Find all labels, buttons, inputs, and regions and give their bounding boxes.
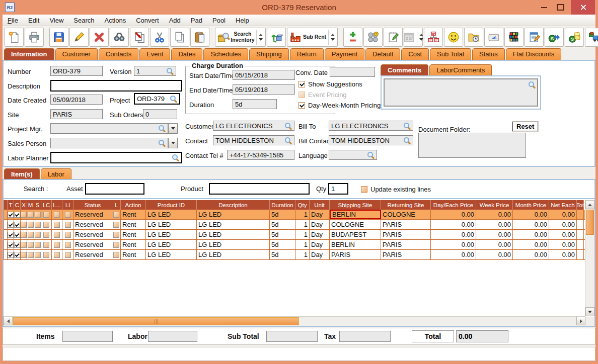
sales-notes-button[interactable]: S — [565, 28, 584, 47]
cell-i2[interactable] — [52, 240, 62, 249]
cell-qty[interactable]: 1 — [295, 220, 310, 229]
site-field[interactable]: PARIS — [50, 109, 103, 119]
cell-x[interactable] — [21, 210, 27, 219]
calendar-dropdown-icon[interactable] — [417, 30, 424, 45]
cell-t[interactable] — [8, 210, 14, 219]
tab-shipping[interactable]: Shipping — [249, 48, 289, 60]
dwm-pricing-checkbox[interactable] — [298, 102, 305, 109]
row-checkbox-ii[interactable] — [65, 232, 71, 238]
row-checkbox-t[interactable] — [8, 232, 14, 238]
cell-x[interactable] — [21, 240, 27, 249]
cell-qty[interactable]: 1 — [295, 210, 310, 219]
calendar-button[interactable] — [404, 28, 423, 47]
menu-help[interactable]: Help — [231, 16, 254, 25]
org-chart-button[interactable] — [424, 28, 443, 47]
cell-day_each_price[interactable]: 0.00 — [431, 220, 476, 229]
menu-edit[interactable]: Edit — [23, 16, 44, 25]
cell-c[interactable] — [14, 220, 21, 229]
tab-contacts[interactable]: Contacts — [99, 48, 138, 60]
cell-ii[interactable] — [62, 250, 73, 259]
cell-ic[interactable] — [41, 220, 52, 229]
sub-rent-button[interactable]: Sub Rent — [287, 28, 338, 47]
cell-action[interactable]: Rent — [121, 210, 146, 219]
close-button[interactable] — [571, 0, 595, 15]
copy-button[interactable] — [170, 28, 189, 47]
cell-returning_site[interactable]: PARIS — [381, 230, 431, 239]
maximize-button[interactable] — [553, 0, 568, 15]
save-button[interactable] — [49, 28, 68, 47]
row-checkbox-t[interactable] — [8, 252, 14, 258]
menu-pad[interactable]: Pad — [186, 16, 207, 25]
col-header-description[interactable]: Description — [197, 200, 270, 210]
col-header-product-id[interactable]: Product ID — [146, 200, 197, 210]
cell-month_price[interactable]: 0.00 — [513, 220, 549, 229]
cell-month_price[interactable]: 0.00 — [513, 230, 549, 239]
row-checkbox-t[interactable] — [8, 222, 14, 228]
row-checkbox-x[interactable] — [21, 252, 27, 258]
col-header-i[interactable]: I.... — [52, 200, 62, 210]
tab-customer[interactable]: Customer — [55, 48, 98, 60]
col-header-day-each-price[interactable]: Day/Each Price — [431, 200, 476, 210]
cell-week_price[interactable]: 0.00 — [476, 240, 513, 249]
menu-search[interactable]: Search — [68, 16, 99, 25]
cell-day_each_price[interactable]: 0.00 — [431, 210, 476, 219]
row-checkbox-l[interactable] — [113, 222, 119, 228]
start-date-field[interactable]: 05/15/2018 — [233, 70, 295, 80]
row-checkbox-l[interactable] — [113, 232, 119, 238]
cell-s[interactable] — [34, 230, 41, 239]
language-field[interactable] — [329, 150, 377, 160]
description-field[interactable] — [50, 80, 182, 92]
cell-action[interactable]: Rent — [121, 220, 146, 229]
cell-qty[interactable]: 1 — [295, 230, 310, 239]
tab-status[interactable]: Status — [472, 48, 505, 60]
cell-c[interactable] — [14, 210, 21, 219]
cell-product_id[interactable]: LG LED — [146, 210, 197, 219]
cell-i2[interactable] — [52, 250, 62, 259]
col-header-s[interactable]: S — [34, 200, 41, 210]
tab-sub-total[interactable]: Sub Total — [430, 48, 471, 60]
cell-s[interactable] — [34, 250, 41, 259]
cell-product_id[interactable]: LG LED — [146, 220, 197, 229]
bill-to-search-icon[interactable] — [403, 122, 411, 130]
cell-description[interactable]: LG LED — [197, 210, 270, 219]
cell-c[interactable] — [14, 240, 21, 249]
cell-shipping_site[interactable]: BERLIN — [330, 240, 381, 249]
copy-special-button[interactable] — [130, 28, 149, 47]
scroll-right-button[interactable] — [576, 317, 585, 325]
transfer-truck-button[interactable] — [585, 28, 598, 47]
cell-m[interactable] — [27, 250, 34, 259]
row-checkbox-m[interactable] — [28, 212, 34, 218]
tab-comments[interactable]: Comments — [381, 64, 428, 76]
vertical-scroll-thumb[interactable] — [586, 210, 594, 235]
cell-ic[interactable] — [41, 210, 52, 219]
row-checkbox-c[interactable] — [14, 212, 20, 218]
scroll-up-button[interactable] — [585, 200, 594, 209]
cell-t[interactable] — [8, 250, 14, 259]
cell-ic[interactable] — [41, 230, 52, 239]
cell-c[interactable] — [14, 230, 21, 239]
scroll-down-button[interactable] — [585, 307, 594, 316]
product-input[interactable] — [209, 183, 310, 195]
sub-orders-field[interactable]: 0 — [143, 109, 177, 119]
row-checkbox-s[interactable] — [35, 222, 41, 228]
delete-button[interactable] — [90, 28, 109, 47]
cell-t[interactable] — [8, 230, 14, 239]
horizontal-scroll-thumb[interactable] — [13, 317, 299, 325]
cell-t[interactable] — [8, 240, 14, 249]
cell-status[interactable]: Reserved — [73, 220, 112, 229]
row-checkbox-c[interactable] — [14, 252, 20, 258]
tab-cost[interactable]: Cost — [401, 48, 429, 60]
cell-s[interactable] — [34, 220, 41, 229]
minimize-button[interactable] — [537, 0, 552, 15]
add-remove-button[interactable] — [343, 28, 362, 47]
col-header-week-price[interactable]: Week Price — [476, 200, 513, 210]
col-header-c[interactable]: C — [14, 200, 21, 210]
tab-items[interactable]: Item(s) — [4, 168, 40, 180]
reset-button[interactable]: Reset — [512, 122, 538, 131]
row-checkbox-s[interactable] — [35, 252, 41, 258]
cell-c[interactable] — [14, 250, 21, 259]
cell-returning_site[interactable]: PARIS — [381, 240, 431, 249]
col-header-l[interactable]: L — [112, 200, 121, 210]
edit-document-button[interactable] — [525, 28, 544, 47]
bill-contact-field[interactable]: TOM HIDDLESTON — [329, 135, 413, 145]
